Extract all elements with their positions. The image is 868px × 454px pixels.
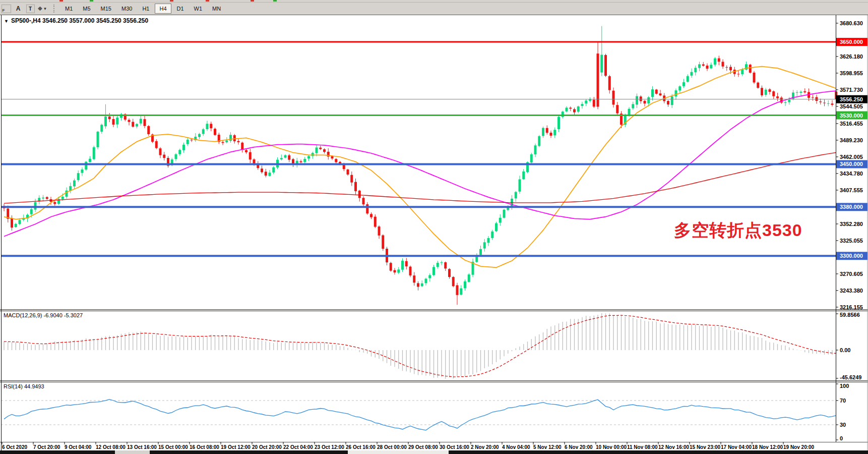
svg-text:3680.630: 3680.630 xyxy=(840,20,863,26)
svg-text:30 Oct 16:00: 30 Oct 16:00 xyxy=(440,444,469,450)
price-axis[interactable]: 3680.6303626.1803598.9553571.7303544.505… xyxy=(836,20,867,310)
timeframe-button-m5[interactable]: M5 xyxy=(78,4,95,14)
svg-text:70: 70 xyxy=(840,398,846,404)
text-tool-icon[interactable]: A xyxy=(13,4,24,14)
timeframe-button-w1[interactable]: W1 xyxy=(190,4,207,14)
svg-text:29 Oct 08:00: 29 Oct 08:00 xyxy=(408,444,438,450)
svg-text:3434.780: 3434.780 xyxy=(840,171,863,177)
timeframe-button-mn[interactable]: MN xyxy=(208,4,225,14)
svg-text:3626.180: 3626.180 xyxy=(840,53,863,60)
svg-text:-45.6249: -45.6249 xyxy=(840,374,861,380)
svg-text:22 Oct 04:00: 22 Oct 04:00 xyxy=(283,444,313,450)
bottom-strip-tab xyxy=(348,450,449,454)
svg-text:3530.000: 3530.000 xyxy=(840,112,863,119)
timeframe-button-m30[interactable]: M30 xyxy=(117,4,137,14)
svg-text:3544.505: 3544.505 xyxy=(840,103,863,109)
svg-text:15 Oct 00:00: 15 Oct 00:00 xyxy=(158,444,188,450)
svg-text:18 Nov 12:00: 18 Nov 12:00 xyxy=(752,444,783,450)
svg-text:3380.000: 3380.000 xyxy=(840,204,863,210)
svg-text:3571.730: 3571.730 xyxy=(840,87,863,93)
svg-text:28 Oct 00:00: 28 Oct 00:00 xyxy=(377,444,407,450)
svg-text:3300.000: 3300.000 xyxy=(840,253,863,259)
svg-text:3270.605: 3270.605 xyxy=(840,271,863,277)
chart-title: ▼SP500-,H4 3546.250 3557.000 3545.250 35… xyxy=(4,17,148,24)
svg-text:0.00: 0.00 xyxy=(840,347,850,353)
macd-indicator-label: MACD(12,26,9) -6.9040 -5.3027 xyxy=(4,312,83,318)
svg-text:4 Nov 04:00: 4 Nov 04:00 xyxy=(502,444,530,450)
svg-text:3650.000: 3650.000 xyxy=(840,39,863,45)
svg-text:13 Oct 16:00: 13 Oct 16:00 xyxy=(127,444,157,450)
chart-title-text: SP500-,H4 3546.250 3557.000 3545.250 355… xyxy=(11,17,148,24)
timeframe-button-h4[interactable]: H4 xyxy=(155,4,171,14)
rsi-line xyxy=(4,400,836,430)
text-label-glyph: T xyxy=(26,5,35,13)
text-tool-glyph: A xyxy=(16,5,21,12)
svg-text:19 Oct 12:00: 19 Oct 12:00 xyxy=(221,444,251,450)
timeframe-button-m15[interactable]: M15 xyxy=(96,4,116,14)
fibonacci-tool-glyph: F xyxy=(2,5,11,13)
svg-text:3556.250: 3556.250 xyxy=(840,96,863,102)
svg-text:16 Oct 08:00: 16 Oct 08:00 xyxy=(190,444,219,450)
chinese-annotation-text[interactable]: 多空转折点3530 xyxy=(674,219,802,242)
cutoff-bottom-strip xyxy=(0,450,868,454)
svg-text:59.8566: 59.8566 xyxy=(840,312,860,318)
rsi-indicator-label: RSI(14) 44.9493 xyxy=(4,383,44,389)
svg-text:20 Oct 20:00: 20 Oct 20:00 xyxy=(252,444,282,450)
timeframe-button-d1[interactable]: D1 xyxy=(172,4,189,14)
macd-panel: 59.85660.00-45.6249 xyxy=(4,312,861,380)
svg-text:100: 100 xyxy=(840,383,849,389)
text-label-tool-icon[interactable]: T xyxy=(25,4,36,14)
svg-text:5 Nov 12:00: 5 Nov 12:00 xyxy=(533,444,562,450)
timeframe-button-h1[interactable]: H1 xyxy=(138,4,154,14)
chevron-down-icon[interactable]: ▼ xyxy=(43,7,47,11)
svg-text:11 Nov 08:00: 11 Nov 08:00 xyxy=(627,444,658,450)
svg-text:3216.155: 3216.155 xyxy=(840,304,863,310)
svg-text:10 Nov 00:00: 10 Nov 00:00 xyxy=(596,444,627,450)
svg-text:17 Nov 04:00: 17 Nov 04:00 xyxy=(721,444,752,450)
svg-text:15 Nov 23:00: 15 Nov 23:00 xyxy=(690,444,721,450)
svg-text:0: 0 xyxy=(840,435,843,441)
bottom-strip-gap xyxy=(115,450,150,454)
collapse-triangle-icon[interactable]: ▼ xyxy=(4,19,9,24)
svg-text:3489.230: 3489.230 xyxy=(840,137,863,143)
toolbar-grip[interactable] xyxy=(53,5,56,13)
svg-text:3462.005: 3462.005 xyxy=(840,154,863,160)
svg-text:23 Oct 12:00: 23 Oct 12:00 xyxy=(315,444,344,450)
svg-text:30: 30 xyxy=(840,422,846,428)
timeframe-button-group: M1M5M15M30H1H4D1W1MN xyxy=(60,4,226,14)
arrows-tool-glyph: ❖ xyxy=(38,6,43,12)
svg-text:2 Nov 20:00: 2 Nov 20:00 xyxy=(471,444,499,450)
svg-text:3598.955: 3598.955 xyxy=(840,70,863,76)
candlesticks xyxy=(3,26,838,305)
svg-text:6 Oct 2020: 6 Oct 2020 xyxy=(2,444,27,450)
svg-text:26 Oct 16:00: 26 Oct 16:00 xyxy=(346,444,376,450)
ma-red xyxy=(4,153,836,204)
svg-text:7 Oct 20:00: 7 Oct 20:00 xyxy=(33,444,60,450)
svg-text:3325.055: 3325.055 xyxy=(840,238,863,244)
time-axis[interactable]: 6 Oct 20207 Oct 20:009 Oct 04:0012 Oct 0… xyxy=(2,442,815,450)
timeframe-button-m1[interactable]: M1 xyxy=(60,4,77,14)
svg-text:9 Oct 04:00: 9 Oct 04:00 xyxy=(65,444,92,450)
svg-text:3352.280: 3352.280 xyxy=(840,221,863,227)
svg-text:12 Oct 08:00: 12 Oct 08:00 xyxy=(96,444,126,450)
svg-text:3516.455: 3516.455 xyxy=(840,121,863,127)
svg-text:3407.555: 3407.555 xyxy=(840,187,863,193)
svg-text:3243.380: 3243.380 xyxy=(840,288,863,294)
svg-text:12 Nov 16:00: 12 Nov 16:00 xyxy=(658,444,690,450)
chart-window: 59.85660.00-45.6249100703003680.6303626.… xyxy=(0,15,868,451)
toolbar: F A T ❖ ▼ M1M5M15M30H1H4D1W1MN xyxy=(0,3,868,15)
svg-text:19 Nov 20:00: 19 Nov 20:00 xyxy=(783,444,815,450)
svg-text:3450.000: 3450.000 xyxy=(840,161,863,167)
fibonacci-tool-icon[interactable]: F xyxy=(1,4,12,14)
arrows-tool-icon[interactable]: ❖ ▼ xyxy=(37,4,48,14)
svg-text:6 Nov 20:00: 6 Nov 20:00 xyxy=(565,444,593,450)
rsi-panel: 10070300 xyxy=(1,383,849,441)
